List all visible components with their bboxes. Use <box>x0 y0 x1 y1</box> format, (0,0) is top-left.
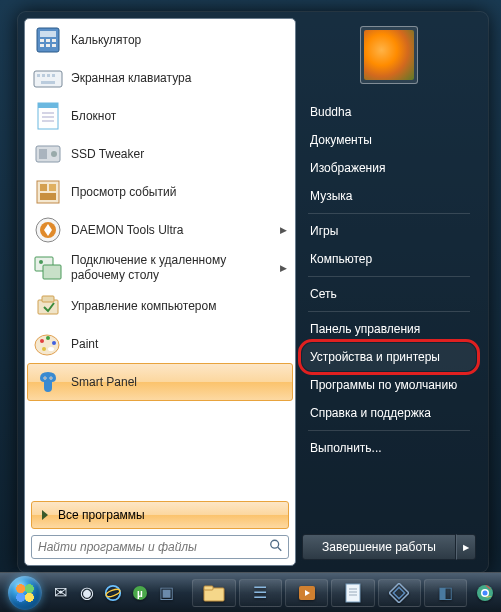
smartpanel-icon <box>33 367 63 397</box>
taskbar-notepad-button[interactable] <box>331 579 374 607</box>
username-label: Buddha <box>310 105 351 119</box>
svg-point-35 <box>46 336 50 340</box>
taskbar: ✉ ◉ µ ▣ ☰ ◧ <box>0 572 501 612</box>
right-panel-item-label: Изображения <box>310 161 385 175</box>
svg-rect-4 <box>52 39 56 42</box>
program-item[interactable]: Paint <box>27 325 293 363</box>
svg-rect-2 <box>40 39 44 42</box>
svg-rect-50 <box>204 586 213 590</box>
svg-rect-20 <box>39 149 47 159</box>
svg-point-42 <box>50 377 51 378</box>
svg-point-37 <box>42 347 46 351</box>
svg-rect-13 <box>41 81 55 84</box>
svg-rect-11 <box>47 74 50 77</box>
paint-icon <box>33 329 63 359</box>
taskbar-player-button[interactable] <box>285 579 328 607</box>
svg-rect-8 <box>34 71 62 87</box>
program-item[interactable]: Просмотр событий <box>27 173 293 211</box>
submenu-arrow-icon: ▶ <box>280 225 287 235</box>
ssd-icon <box>33 139 63 169</box>
shutdown-options-button[interactable]: ▶ <box>456 534 476 560</box>
taskbar-network-icon[interactable]: ◉ <box>75 579 99 607</box>
right-panel-item-label: Панель управления <box>310 322 420 336</box>
svg-rect-10 <box>42 74 45 77</box>
svg-rect-58 <box>394 587 405 598</box>
right-panel-item-label: Игры <box>310 224 338 238</box>
svg-point-21 <box>51 151 57 157</box>
svg-rect-29 <box>43 265 61 279</box>
program-item[interactable]: Подключение к удаленному рабочему столу▶ <box>27 249 293 287</box>
right-panel-item[interactable]: Выполнить... <box>302 434 476 462</box>
program-label: Экранная клавиатура <box>71 71 191 86</box>
program-item[interactable]: SSD Tweaker <box>27 135 293 173</box>
svg-rect-9 <box>37 74 40 77</box>
taskbar-browser-button[interactable]: ☰ <box>239 579 282 607</box>
shutdown-button[interactable]: Завершение работы <box>302 534 456 560</box>
taskbar-app2-button[interactable]: ◧ <box>424 579 467 607</box>
shutdown-group: Завершение работы ▶ <box>302 534 476 560</box>
right-panel-item[interactable]: Документы <box>302 126 476 154</box>
program-label: Просмотр событий <box>71 185 176 200</box>
right-panel-item-label: Справка и поддержка <box>310 406 431 420</box>
start-menu: КалькуляторЭкранная клавиатураБлокнотSSD… <box>18 12 488 572</box>
right-panel-item[interactable]: Сеть <box>302 280 476 308</box>
program-label: Подключение к удаленному рабочему столу <box>71 253 280 283</box>
program-item[interactable]: Smart Panel <box>27 363 293 401</box>
right-panel-item[interactable]: Справка и поддержка <box>302 399 476 427</box>
taskbar-mail-icon[interactable]: ✉ <box>48 579 72 607</box>
rdp-icon <box>33 253 63 283</box>
arrow-right-icon <box>42 510 48 520</box>
right-panel-item-label: Выполнить... <box>310 441 382 455</box>
svg-rect-23 <box>40 184 47 191</box>
taskbar-utorrent-icon[interactable]: µ <box>128 579 152 607</box>
right-panel-item[interactable]: Изображения <box>302 154 476 182</box>
svg-rect-5 <box>40 44 44 47</box>
svg-rect-57 <box>389 583 409 603</box>
right-panel-item[interactable]: Программы по умолчанию <box>302 371 476 399</box>
svg-line-44 <box>278 547 282 551</box>
svg-rect-25 <box>40 193 56 200</box>
svg-rect-1 <box>40 31 56 37</box>
start-button[interactable] <box>4 575 45 611</box>
taskbar-virtualbox-button[interactable] <box>378 579 421 607</box>
program-item[interactable]: Блокнот <box>27 97 293 135</box>
all-programs-button[interactable]: Все программы <box>31 501 289 529</box>
taskbar-app-icon[interactable]: ▣ <box>155 579 179 607</box>
svg-rect-7 <box>52 44 56 47</box>
submenu-arrow-icon: ▶ <box>280 263 287 273</box>
search-input[interactable] <box>31 535 289 559</box>
right-panel-item[interactable]: Устройства и принтеры <box>302 343 476 371</box>
right-panel-item[interactable]: Панель управления <box>302 315 476 343</box>
right-panel-item-label: Музыка <box>310 189 352 203</box>
svg-point-43 <box>271 540 279 548</box>
program-item[interactable]: Калькулятор <box>27 21 293 59</box>
taskbar-ie-icon[interactable] <box>102 579 126 607</box>
svg-text:µ: µ <box>137 588 143 599</box>
user-picture-frame[interactable] <box>360 26 418 84</box>
mgmt-icon <box>33 291 63 321</box>
svg-rect-24 <box>49 184 56 191</box>
taskbar-chrome-icon[interactable] <box>473 579 497 607</box>
keyboard-icon <box>33 63 63 93</box>
program-label: Калькулятор <box>71 33 141 48</box>
svg-point-34 <box>40 339 44 343</box>
right-panel-links: ДокументыИзображенияМузыкаИгрыКомпьютерС… <box>302 126 476 528</box>
program-label: Paint <box>71 337 98 352</box>
start-menu-left-panel: КалькуляторЭкранная клавиатураБлокнотSSD… <box>24 18 296 566</box>
svg-point-61 <box>483 590 488 595</box>
right-panel-item[interactable]: Игры <box>302 217 476 245</box>
eventviewer-icon <box>33 177 63 207</box>
shutdown-label: Завершение работы <box>322 540 436 554</box>
username-item[interactable]: Buddha <box>302 98 476 126</box>
windows-orb-icon <box>8 576 42 610</box>
program-item[interactable]: DAEMON Tools Ultra▶ <box>27 211 293 249</box>
right-panel-item[interactable]: Музыка <box>302 182 476 210</box>
right-panel-item[interactable]: Компьютер <box>302 245 476 273</box>
pinned-programs-list: КалькуляторЭкранная клавиатураБлокнотSSD… <box>25 19 295 495</box>
svg-point-36 <box>52 341 56 345</box>
svg-rect-32 <box>42 296 54 302</box>
program-item[interactable]: Управление компьютером <box>27 287 293 325</box>
program-item[interactable]: Экранная клавиатура <box>27 59 293 97</box>
taskbar-explorer-button[interactable] <box>192 579 235 607</box>
right-panel-item-label: Программы по умолчанию <box>310 378 457 392</box>
